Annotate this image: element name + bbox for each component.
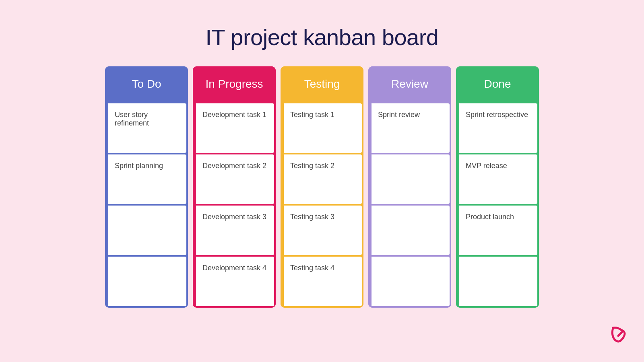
page-title: IT project kanban board [206,24,439,50]
column-todo: To DoUser story refinementSprint plannin… [105,66,188,308]
column-body-review: Sprint review [368,102,451,308]
card-inprogress-0[interactable]: Development task 1 [194,103,274,153]
card-done-3[interactable] [458,257,537,306]
column-header-done: Done [456,66,539,102]
column-header-review: Review [368,66,451,102]
card-testing-2[interactable]: Testing task 3 [282,206,362,255]
column-inprogress: In ProgressDevelopment task 1Development… [193,66,276,308]
card-todo-3[interactable] [107,257,186,306]
card-testing-0[interactable]: Testing task 1 [282,103,362,153]
column-header-todo: To Do [105,66,188,102]
column-body-done: Sprint retrospectiveMVP releaseProduct l… [456,102,539,308]
column-body-todo: User story refinementSprint planning [105,102,188,308]
card-done-1[interactable]: MVP release [458,154,537,204]
column-body-inprogress: Development task 1Development task 2Deve… [193,102,276,308]
column-body-testing: Testing task 1Testing task 2Testing task… [281,102,363,308]
card-inprogress-3[interactable]: Development task 4 [194,257,274,306]
card-inprogress-1[interactable]: Development task 2 [194,154,274,204]
card-todo-0[interactable]: User story refinement [107,103,186,153]
column-testing: TestingTesting task 1Testing task 2Testi… [281,66,363,308]
card-review-2[interactable] [370,206,450,255]
logo [607,324,631,352]
card-todo-1[interactable]: Sprint planning [107,154,186,204]
column-header-testing: Testing [281,66,363,102]
card-done-0[interactable]: Sprint retrospective [458,103,537,153]
card-review-0[interactable]: Sprint review [370,103,450,153]
column-review: ReviewSprint review [368,66,451,308]
card-inprogress-2[interactable]: Development task 3 [194,206,274,255]
kanban-board: To DoUser story refinementSprint plannin… [103,66,541,308]
card-todo-2[interactable] [107,206,186,255]
card-testing-1[interactable]: Testing task 2 [282,154,362,204]
card-review-1[interactable] [370,154,450,204]
card-testing-3[interactable]: Testing task 4 [282,257,362,306]
card-done-2[interactable]: Product launch [458,206,537,255]
column-header-inprogress: In Progress [193,66,276,102]
column-done: DoneSprint retrospectiveMVP releaseProdu… [456,66,539,308]
card-review-3[interactable] [370,257,450,306]
